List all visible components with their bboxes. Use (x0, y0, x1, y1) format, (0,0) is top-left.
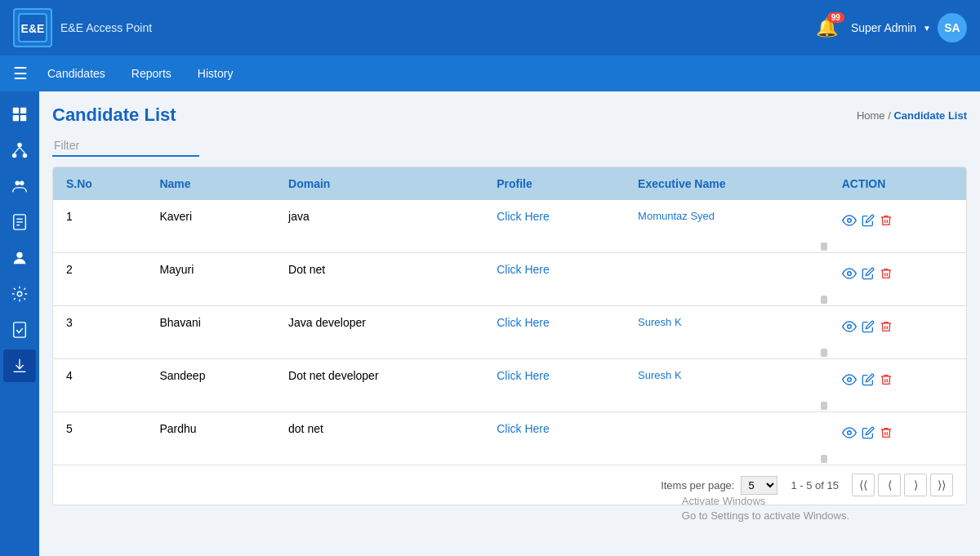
cell-sno: 4 (53, 359, 146, 412)
cell-name: Bhavani (146, 306, 275, 359)
cell-profile: Click Here (483, 253, 625, 306)
cell-executive (625, 253, 829, 306)
cell-sno: 5 (53, 412, 146, 465)
items-per-page: Items per page: 5 10 25 50 (661, 476, 777, 495)
sidebar-item-network[interactable] (3, 134, 36, 167)
svg-line-10 (20, 147, 24, 153)
delete-icon[interactable] (880, 373, 893, 389)
cell-sno: 3 (53, 306, 146, 359)
svg-text:E&E: E&E (21, 22, 45, 35)
breadcrumb: Home / Candidate List (857, 109, 967, 122)
cell-name: Pardhu (146, 412, 275, 465)
svg-point-24 (847, 378, 851, 382)
svg-point-22 (847, 272, 851, 276)
edit-icon[interactable] (862, 320, 875, 336)
sidebar-item-download[interactable] (3, 349, 36, 382)
cell-domain: Dot net developer (275, 359, 483, 412)
edit-icon[interactable] (862, 214, 875, 230)
nav-history[interactable]: History (198, 64, 234, 83)
sidebar-item-settings[interactable] (3, 278, 36, 310)
view-icon[interactable] (842, 319, 857, 337)
delete-icon[interactable] (880, 214, 893, 230)
delete-icon[interactable] (880, 267, 893, 283)
cell-executive (625, 412, 829, 465)
notification-bell[interactable]: 🔔 99 (816, 17, 838, 38)
cell-name: Sandeep (146, 359, 275, 412)
nav-links: Candidates Reports History (47, 64, 233, 83)
view-icon[interactable] (842, 213, 857, 231)
sidebar-item-person[interactable] (3, 242, 36, 274)
scroll-indicator (821, 455, 827, 463)
cell-sno: 2 (53, 253, 146, 306)
profile-link[interactable]: Click Here (497, 422, 550, 435)
breadcrumb-home[interactable]: Home (857, 109, 885, 122)
user-info[interactable]: Super Admin ▼ SA (851, 13, 967, 42)
cell-name: Kaveri (146, 200, 275, 253)
svg-rect-4 (13, 115, 19, 121)
cell-action (829, 306, 966, 359)
svg-point-8 (23, 153, 27, 158)
col-executive: Executive Name (625, 167, 829, 200)
last-page-button[interactable]: ⟩⟩ (930, 474, 953, 496)
notification-badge: 99 (827, 12, 844, 23)
first-page-button[interactable]: ⟨⟨ (852, 474, 875, 496)
cell-executive: Momuntaz Syed (625, 200, 829, 253)
executive-name: Momuntaz Syed (638, 210, 816, 222)
col-name: Name (146, 167, 275, 200)
svg-point-18 (17, 291, 22, 296)
svg-rect-5 (20, 115, 26, 121)
brand: E&E E&E Access Point (13, 8, 152, 47)
cell-profile: Click Here (483, 306, 625, 359)
cell-executive: Suresh K (625, 306, 829, 359)
sidebar-item-group[interactable] (3, 170, 36, 202)
candidates-table: S.No Name Domain Profile Executive Name … (53, 167, 966, 465)
scroll-indicator (821, 242, 827, 251)
prev-page-button[interactable]: ⟨ (878, 474, 901, 496)
cell-sno: 1 (53, 200, 146, 253)
profile-link[interactable]: Click Here (497, 210, 550, 223)
pagination-row: Items per page: 5 10 25 50 1 - 5 of 15 ⟨… (53, 465, 966, 505)
delete-icon[interactable] (880, 320, 893, 336)
cell-profile: Click Here (483, 359, 625, 412)
edit-icon[interactable] (862, 426, 875, 443)
col-sno: S.No (53, 167, 146, 200)
sidebar-item-report[interactable] (3, 314, 36, 346)
hamburger-menu[interactable]: ☰ (13, 64, 28, 83)
page-info: 1 - 5 of 15 (791, 479, 839, 492)
sidebar-item-candidates[interactable] (3, 98, 36, 131)
view-icon[interactable] (842, 372, 857, 390)
profile-link[interactable]: Click Here (497, 263, 550, 276)
profile-link[interactable]: Click Here (497, 369, 550, 382)
next-page-button[interactable]: ⟩ (904, 474, 927, 496)
executive-name: Suresh K (638, 369, 816, 381)
breadcrumb-current: Candidate List (893, 109, 967, 122)
cell-name: Mayuri (146, 253, 275, 306)
svg-point-12 (20, 181, 24, 186)
nav-reports[interactable]: Reports (131, 64, 172, 83)
edit-icon[interactable] (862, 373, 875, 389)
table-container: S.No Name Domain Profile Executive Name … (52, 167, 967, 505)
brand-name: E&E Access Point (60, 21, 152, 34)
sidebar-item-doc[interactable] (3, 206, 36, 238)
nav-bar: ☰ Candidates Reports History (0, 56, 980, 91)
cell-domain: Java developer (275, 306, 483, 359)
profile-link[interactable]: Click Here (497, 316, 550, 329)
nav-candidates[interactable]: Candidates (47, 64, 105, 83)
svg-rect-3 (20, 108, 26, 113)
content-area: Candidate List Home / Candidate List S.N… (39, 91, 980, 556)
cell-action (829, 359, 966, 412)
edit-icon[interactable] (862, 267, 875, 283)
scroll-indicator (821, 402, 827, 410)
filter-input[interactable] (52, 136, 199, 157)
cell-profile: Click Here (483, 412, 625, 465)
cell-domain: dot net (275, 412, 483, 465)
table-header-row: S.No Name Domain Profile Executive Name … (53, 167, 966, 200)
view-icon[interactable] (842, 425, 857, 443)
svg-rect-19 (14, 322, 26, 337)
view-icon[interactable] (842, 266, 857, 284)
delete-icon[interactable] (880, 426, 893, 443)
svg-point-23 (847, 325, 851, 329)
col-domain: Domain (275, 167, 483, 200)
cell-action (829, 200, 966, 253)
items-per-page-select[interactable]: 5 10 25 50 (741, 476, 777, 495)
